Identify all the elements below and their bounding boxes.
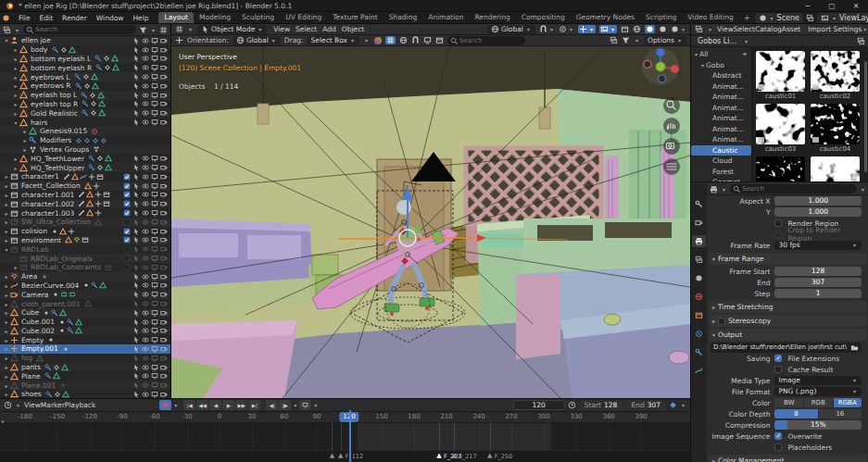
viewport-editor-icon[interactable] xyxy=(175,25,183,33)
add-catalog-button[interactable]: + xyxy=(742,50,751,58)
checkbox-icon[interactable] xyxy=(123,209,131,217)
hide-to ggle-icon[interactable] xyxy=(142,245,149,253)
expand-arrow[interactable]: ▸ xyxy=(12,92,19,98)
outliner-row-cube[interactable]: ▸Cube xyxy=(0,308,170,318)
disable-render-toggle-icon[interactable] xyxy=(160,245,168,253)
timeline-channels[interactable] xyxy=(0,423,690,450)
expand-arrow[interactable]: ▸ xyxy=(3,237,10,243)
viewport-menu-select[interactable]: Select xyxy=(293,25,320,33)
disable-viewport-toggle-icon[interactable] xyxy=(151,391,158,398)
expand-arrow[interactable]: ▸ xyxy=(3,309,10,316)
selectable-toggle-icon[interactable] xyxy=(132,345,140,353)
expand-arrow[interactable]: ▸ xyxy=(3,382,10,389)
hide-to ggle-icon[interactable] xyxy=(142,200,149,207)
expand-arrow[interactable]: ▸ xyxy=(3,318,10,325)
selectable-toggle-icon[interactable] xyxy=(132,336,140,343)
workspace-tab-layout[interactable]: Layout xyxy=(158,12,194,23)
proportional-editing-toggle[interactable]: ▾ xyxy=(559,25,574,33)
outliner-row-area[interactable]: ▸Area xyxy=(0,272,170,281)
outliner-row-sw-ultra-collection[interactable]: ▸SW_Ultra_Collection xyxy=(0,218,170,227)
asset-thumbnail-caustic01[interactable]: caustic01 xyxy=(755,51,806,100)
previous-keyframe-button[interactable]: ◀◀ xyxy=(196,400,208,410)
selectable-toggle-icon[interactable] xyxy=(132,82,140,90)
hide-to ggle-icon[interactable] xyxy=(142,355,149,362)
checkbox-icon[interactable] xyxy=(123,236,131,243)
disable-viewport-toggle-icon[interactable] xyxy=(151,173,158,181)
disable-viewport-toggle-icon[interactable] xyxy=(151,92,158,99)
properties-tab-render[interactable] xyxy=(692,217,706,229)
expand-arrow[interactable]: ▸ xyxy=(3,201,10,207)
expand-arrow[interactable]: ▸ xyxy=(3,210,10,217)
selectable-toggle-icon[interactable] xyxy=(132,281,140,289)
viewport-menu-object[interactable]: Object xyxy=(339,25,367,33)
selectable-toggle-icon[interactable] xyxy=(132,46,140,54)
selectable-toggle-icon[interactable] xyxy=(132,300,140,307)
selectable-toggle-icon[interactable] xyxy=(132,37,140,44)
menu-help[interactable]: Help xyxy=(128,12,153,24)
properties-tab-view-layer[interactable] xyxy=(692,254,706,266)
mirror-icon[interactable] xyxy=(610,36,618,44)
shading-wireframe-button[interactable] xyxy=(633,25,641,33)
disable-viewport-toggle-icon[interactable] xyxy=(151,364,158,371)
outliner-row-enviroment[interactable]: ▸enviroment xyxy=(0,236,170,245)
disable-viewport-toggle-icon[interactable] xyxy=(151,355,158,362)
hide-to ggle-icon[interactable] xyxy=(142,327,149,334)
hide-to ggle-icon[interactable] xyxy=(142,109,149,117)
asset-catalog-animat-[interactable]: Animat... xyxy=(691,113,751,124)
color-option-rgb[interactable]: RGB xyxy=(804,398,834,407)
timeline-marker-f_112[interactable]: ▲ xyxy=(338,452,343,459)
disable-render-toggle-icon[interactable] xyxy=(160,82,168,90)
expand-arrow[interactable]: ▸ xyxy=(21,137,29,144)
workspace-tab-scripting[interactable]: Scripting xyxy=(640,12,682,23)
selectable-toggle-icon[interactable] xyxy=(132,236,140,243)
timeline-marker-f_250[interactable]: ▲ xyxy=(487,452,492,459)
xray-toggle[interactable] xyxy=(621,25,629,33)
hide-to ggle-icon[interactable] xyxy=(142,219,149,226)
disable-render-toggle-icon[interactable] xyxy=(160,264,168,271)
zoom-button[interactable] xyxy=(663,97,680,114)
asset-thumbnail-caustic04[interactable]: caustic04 xyxy=(810,104,861,153)
properties-tab-object[interactable] xyxy=(692,309,706,321)
asset-catalog-all[interactable]: ▾All+ xyxy=(691,49,751,60)
expand-arrow[interactable]: ▸ xyxy=(3,301,10,307)
hide-to ggle-icon[interactable] xyxy=(142,264,149,271)
hide-to ggle-icon[interactable] xyxy=(142,273,149,281)
scene-selector[interactable]: ▾ Scene xyxy=(755,13,803,23)
depth-option-16[interactable]: 16 xyxy=(819,409,862,418)
checkbox-icon[interactable] xyxy=(123,264,131,271)
disable-render-toggle-icon[interactable] xyxy=(160,155,168,162)
file-format-dropdown[interactable]: PNG (.png)▾ xyxy=(774,387,862,396)
frame-forward-button[interactable]: |▶ xyxy=(279,400,291,410)
outliner-row-colision[interactable]: ▸colision xyxy=(0,227,170,236)
pan-button[interactable] xyxy=(663,118,680,134)
expand-arrow[interactable]: ▸ xyxy=(12,74,19,81)
outliner-row-plane-001[interactable]: ▸Plane.001 xyxy=(0,381,170,390)
gizmos-toggle[interactable]: ▾ xyxy=(578,25,596,33)
disable-render-toggle-icon[interactable] xyxy=(160,200,168,207)
hide-to ggle-icon[interactable] xyxy=(142,191,149,198)
hide-to ggle-icon[interactable] xyxy=(142,345,149,353)
expand-arrow[interactable]: ▸ xyxy=(12,264,19,270)
disable-viewport-toggle-icon[interactable] xyxy=(151,228,158,235)
outliner-row-eyelash-top-r[interactable]: ▸eyelash top R xyxy=(0,100,170,109)
expand-arrow[interactable]: ▸ xyxy=(3,355,10,361)
close-button[interactable]: ✕ xyxy=(844,0,868,12)
disable-render-toggle-icon[interactable] xyxy=(160,273,168,281)
outliner-row-character1-003[interactable]: ▸character1.003 xyxy=(0,208,170,218)
asset-thumbnail-caustic03[interactable]: caustic03 xyxy=(755,104,806,153)
properties-tab-tool[interactable] xyxy=(692,198,706,210)
color-depth-segmented[interactable]: 816 xyxy=(774,409,862,418)
disable-render-toggle-icon[interactable] xyxy=(160,391,168,398)
properties-tab-output[interactable] xyxy=(692,235,706,247)
import-settings-dropdown[interactable]: Import Settings▾ xyxy=(808,25,868,33)
selectable-toggle-icon[interactable] xyxy=(132,164,140,171)
disable-render-toggle-icon[interactable] xyxy=(160,55,168,62)
outliner-row-hq-teethlower[interactable]: ▸HQ_TeethLower xyxy=(0,154,170,163)
hide-to ggle-icon[interactable] xyxy=(142,37,149,44)
selectable-toggle-icon[interactable] xyxy=(132,200,140,207)
menu-window[interactable]: Window xyxy=(92,12,129,24)
hide-to ggle-icon[interactable] xyxy=(142,228,149,235)
expand-arrow[interactable]: ▸ xyxy=(3,192,10,198)
asset-catalog-animat-[interactable]: Animat... xyxy=(691,124,751,135)
outliner-row-beziercurve-004[interactable]: ▸BezierCurve.004 xyxy=(0,281,170,291)
